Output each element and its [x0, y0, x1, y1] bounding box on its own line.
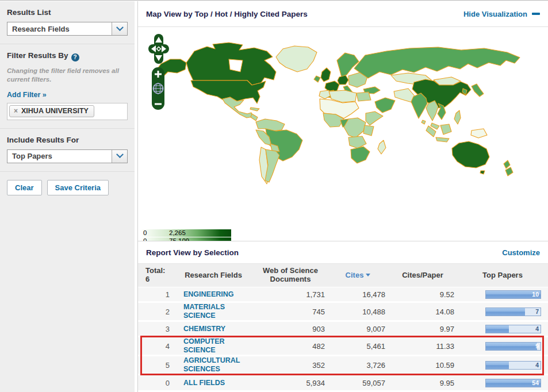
country-india[interactable] — [411, 93, 427, 118]
include-results-dropdown[interactable]: Top Papers — [7, 149, 128, 163]
country-central-africa[interactable] — [344, 118, 366, 138]
customize-link[interactable]: Customize — [502, 248, 540, 257]
map-view-title: Map View by Top / Hot / Highly Cited Pap… — [146, 10, 308, 18]
country-ireland[interactable] — [314, 76, 320, 82]
top-papers-bar-cell: 10 — [457, 290, 548, 299]
country-russia[interactable] — [354, 47, 520, 78]
research-field-link[interactable]: MATERIALS SCIENCE — [183, 303, 244, 320]
country-new-zealand-south[interactable] — [505, 167, 513, 176]
clear-button[interactable]: Clear — [7, 180, 42, 195]
help-icon[interactable]: ? — [71, 53, 79, 62]
table-row: 2MATERIALS SCIENCE74510,48814.087 — [138, 303, 548, 320]
wos-documents-value: 903 — [253, 325, 328, 333]
report-view-title: Report View by Selection — [146, 248, 239, 257]
dropdown-button[interactable] — [112, 22, 127, 35]
country-philippines[interactable] — [454, 110, 461, 124]
country-egypt[interactable] — [357, 92, 371, 101]
country-borneo[interactable] — [440, 124, 451, 134]
cites-value: 9,007 — [328, 325, 388, 333]
top-papers-bar[interactable]: 4 — [485, 325, 541, 333]
country-uk[interactable] — [321, 68, 331, 82]
legend-max: 75,109 — [169, 237, 189, 241]
actions-section: Clear Save Criteria — [0, 172, 135, 203]
cites-per-paper-value: 14.08 — [388, 308, 457, 316]
country-east-africa[interactable] — [363, 125, 374, 136]
save-criteria-button[interactable]: Save Criteria — [47, 180, 109, 195]
minus-icon — [532, 13, 540, 15]
column-top-papers: Top Papers — [457, 271, 548, 280]
country-colombia-venezuela[interactable] — [256, 119, 285, 131]
country-java[interactable] — [436, 137, 449, 142]
row-rank: 5 — [138, 361, 174, 370]
row-rank: 4 — [138, 342, 174, 351]
research-field-link[interactable]: CHEMISTRY — [183, 325, 225, 333]
wos-documents-value: 482 — [253, 342, 328, 351]
cites-per-paper-value: 11.33 — [388, 342, 457, 351]
results-list-dropdown-value: Research Fields — [7, 22, 112, 35]
column-cites-per-paper: Cites/Paper — [388, 271, 457, 280]
country-australia[interactable] — [452, 141, 489, 168]
top-papers-value: 54 — [532, 379, 539, 387]
cites-value: 10,488 — [328, 308, 388, 316]
top-papers-bar-cell: 4 — [457, 325, 548, 333]
zoom-out-icon — [155, 103, 162, 105]
research-field-link[interactable]: ENGINEERING — [183, 290, 234, 299]
add-filter-link[interactable]: Add Filter » — [7, 91, 47, 99]
bar-fill — [486, 325, 509, 333]
country-cuba[interactable] — [250, 107, 259, 111]
country-germany[interactable] — [338, 75, 348, 84]
cites-value: 16,478 — [328, 290, 388, 299]
country-central-america[interactable] — [251, 114, 258, 121]
top-papers-bar[interactable]: 7 — [485, 308, 541, 316]
top-papers-bar[interactable]: 54 — [485, 379, 541, 387]
results-list-dropdown[interactable]: Research Fields — [7, 22, 128, 36]
top-papers-bar[interactable]: 4 — [485, 361, 541, 370]
chevron-down-icon — [116, 151, 124, 158]
legend-min: 0 — [143, 229, 147, 237]
report-header-bar: Report View by Selection Customize — [138, 241, 548, 264]
country-madagascar[interactable] — [378, 140, 386, 154]
wos-documents-value: 352 — [253, 361, 328, 370]
sort-desc-icon — [366, 274, 370, 276]
research-field-link[interactable]: AGRICULTURAL SCIENCES — [183, 356, 244, 374]
world-map-area[interactable]: 0 2,265 0 75,109 — [138, 27, 548, 241]
map-header-bar: Map View by Top / Hot / Highly Cited Pap… — [138, 1, 548, 27]
row-rank: 2 — [138, 308, 174, 316]
country-new-guinea[interactable] — [471, 129, 487, 138]
top-papers-bar[interactable]: 10 — [485, 290, 541, 299]
top-papers-value: 10 — [532, 291, 539, 298]
top-papers-bar-cell: 7 — [457, 308, 548, 316]
cites-per-paper-value: 9.97 — [388, 325, 457, 333]
choropleth-world-map[interactable] — [138, 27, 548, 241]
map-legend: 0 2,265 0 75,109 — [141, 229, 231, 241]
filter-box: × XIHUA UNIVERSITY — [7, 103, 128, 120]
country-canada[interactable] — [186, 43, 276, 85]
column-wos-documents: Web of Science Documents — [253, 267, 328, 284]
research-field-link[interactable]: ALL FIELDS — [183, 379, 225, 387]
remove-filter-icon[interactable]: × — [14, 107, 18, 115]
country-japan[interactable] — [472, 84, 484, 97]
top-papers-bar[interactable]: 9 — [485, 342, 541, 351]
country-horn-of-africa[interactable] — [366, 112, 383, 125]
filter-tag[interactable]: × XIHUA UNIVERSITY — [9, 105, 94, 117]
dropdown-button[interactable] — [112, 150, 127, 163]
legend-min: 0 — [143, 237, 147, 241]
cites-value: 3,726 — [328, 361, 388, 370]
country-saudi-arabia[interactable] — [375, 98, 395, 113]
table-row: 1ENGINEERING1,73116,4789.5210 — [138, 287, 548, 301]
country-sri-lanka[interactable] — [421, 120, 426, 124]
country-myanmar-thailand[interactable] — [426, 101, 438, 121]
country-new-zealand-north[interactable] — [504, 160, 510, 168]
table-body: 1ENGINEERING1,73116,4789.52102MATERIALS … — [138, 287, 548, 390]
esi-app-window: Results List Research Fields Filter Resu… — [0, 0, 548, 392]
hide-visualization-link[interactable]: Hide Visualization — [463, 10, 540, 18]
country-tasmania[interactable] — [480, 171, 485, 174]
map-controls[interactable] — [147, 34, 170, 112]
research-field-link[interactable]: COMPUTER SCIENCE — [183, 337, 244, 355]
country-greenland[interactable] — [276, 46, 317, 72]
country-south-africa[interactable] — [351, 147, 370, 163]
country-scandinavia[interactable] — [337, 53, 359, 77]
filter-tag-label: XIHUA UNIVERSITY — [21, 107, 89, 115]
include-results-dropdown-value: Top Papers — [7, 150, 112, 163]
column-cites-sort[interactable]: Cites — [328, 271, 388, 280]
